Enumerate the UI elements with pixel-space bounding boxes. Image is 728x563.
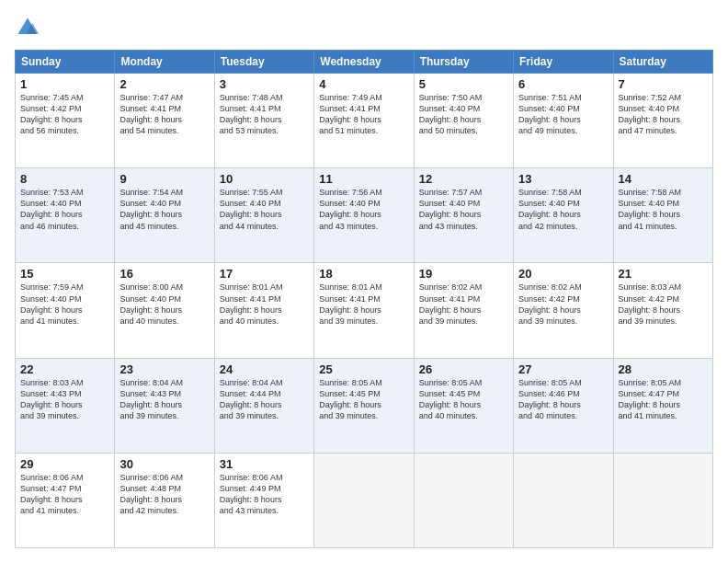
day-number: 12 (419, 172, 508, 186)
day-number: 31 (220, 457, 309, 471)
calendar-cell: 6Sunrise: 7:51 AMSunset: 4:40 PMDaylight… (514, 74, 613, 168)
cell-info: Sunrise: 8:05 AMSunset: 4:46 PMDaylight:… (518, 377, 608, 422)
day-number: 21 (619, 267, 708, 281)
cell-info: Sunrise: 7:50 AMSunset: 4:40 PMDaylight:… (419, 92, 508, 137)
calendar-cell: 10Sunrise: 7:55 AMSunset: 4:40 PMDayligh… (214, 168, 313, 263)
cell-info: Sunrise: 8:06 AMSunset: 4:49 PMDaylight:… (220, 472, 309, 517)
day-number: 18 (319, 267, 408, 281)
day-number: 10 (220, 172, 309, 186)
calendar-table: SundayMondayTuesdayWednesdayThursdayFrid… (15, 50, 713, 548)
cell-info: Sunrise: 7:55 AMSunset: 4:40 PMDaylight:… (220, 187, 309, 232)
cell-info: Sunrise: 8:02 AMSunset: 4:41 PMDaylight:… (419, 282, 508, 327)
day-number: 28 (619, 362, 708, 376)
calendar-cell: 7Sunrise: 7:52 AMSunset: 4:40 PMDaylight… (613, 74, 712, 168)
cell-info: Sunrise: 7:58 AMSunset: 4:40 PMDaylight:… (619, 187, 708, 232)
cell-info: Sunrise: 7:48 AMSunset: 4:41 PMDaylight:… (220, 92, 309, 137)
week-row-1: 1Sunrise: 7:45 AMSunset: 4:42 PMDaylight… (16, 74, 713, 168)
cell-info: Sunrise: 7:53 AMSunset: 4:40 PMDaylight:… (20, 187, 109, 232)
cell-info: Sunrise: 8:03 AMSunset: 4:43 PMDaylight:… (20, 377, 109, 422)
calendar-cell: 11Sunrise: 7:56 AMSunset: 4:40 PMDayligh… (314, 168, 414, 263)
cell-info: Sunrise: 8:05 AMSunset: 4:45 PMDaylight:… (319, 377, 408, 422)
day-header-tuesday: Tuesday (214, 51, 313, 74)
day-number: 19 (419, 267, 508, 281)
day-number: 2 (119, 77, 209, 91)
day-number: 16 (119, 267, 209, 281)
day-header-wednesday: Wednesday (314, 51, 414, 74)
day-number: 14 (619, 172, 708, 186)
day-number: 13 (518, 172, 608, 186)
day-header-friday: Friday (514, 51, 613, 74)
cell-info: Sunrise: 8:05 AMSunset: 4:47 PMDaylight:… (619, 377, 708, 422)
week-row-5: 29Sunrise: 8:06 AMSunset: 4:47 PMDayligh… (16, 453, 713, 547)
calendar-cell: 24Sunrise: 8:04 AMSunset: 4:44 PMDayligh… (214, 358, 313, 453)
calendar-cell: 4Sunrise: 7:49 AMSunset: 4:41 PMDaylight… (314, 74, 414, 168)
cell-info: Sunrise: 8:04 AMSunset: 4:44 PMDaylight:… (220, 377, 309, 422)
cell-info: Sunrise: 8:01 AMSunset: 4:41 PMDaylight:… (319, 282, 408, 327)
calendar-cell: 5Sunrise: 7:50 AMSunset: 4:40 PMDaylight… (414, 74, 513, 168)
day-number: 7 (619, 77, 708, 91)
calendar-cell: 15Sunrise: 7:59 AMSunset: 4:40 PMDayligh… (16, 263, 115, 358)
day-number: 6 (518, 77, 608, 91)
calendar-cell: 13Sunrise: 7:58 AMSunset: 4:40 PMDayligh… (514, 168, 613, 263)
day-number: 26 (419, 362, 508, 376)
cell-info: Sunrise: 7:58 AMSunset: 4:40 PMDaylight:… (518, 187, 608, 232)
day-number: 9 (119, 172, 209, 186)
day-number: 17 (220, 267, 309, 281)
logo-icon (15, 15, 40, 40)
day-number: 20 (518, 267, 608, 281)
day-number: 11 (319, 172, 408, 186)
day-number: 25 (319, 362, 408, 376)
logo (15, 15, 44, 40)
day-header-sunday: Sunday (16, 51, 115, 74)
day-number: 23 (119, 362, 209, 376)
calendar-cell: 31Sunrise: 8:06 AMSunset: 4:49 PMDayligh… (214, 453, 313, 547)
calendar-cell: 14Sunrise: 7:58 AMSunset: 4:40 PMDayligh… (613, 168, 712, 263)
day-header-saturday: Saturday (613, 51, 712, 74)
calendar-cell: 1Sunrise: 7:45 AMSunset: 4:42 PMDaylight… (16, 74, 115, 168)
day-header-thursday: Thursday (414, 51, 513, 74)
cell-info: Sunrise: 7:51 AMSunset: 4:40 PMDaylight:… (518, 92, 608, 137)
calendar-cell (414, 453, 513, 547)
day-number: 30 (119, 457, 209, 471)
cell-info: Sunrise: 8:06 AMSunset: 4:47 PMDaylight:… (20, 472, 109, 517)
day-number: 29 (20, 457, 109, 471)
cell-info: Sunrise: 8:06 AMSunset: 4:48 PMDaylight:… (119, 472, 209, 517)
week-row-4: 22Sunrise: 8:03 AMSunset: 4:43 PMDayligh… (16, 358, 713, 453)
calendar-cell: 12Sunrise: 7:57 AMSunset: 4:40 PMDayligh… (414, 168, 513, 263)
page: SundayMondayTuesdayWednesdayThursdayFrid… (0, 0, 728, 563)
day-number: 27 (518, 362, 608, 376)
day-number: 15 (20, 267, 109, 281)
calendar-cell: 26Sunrise: 8:05 AMSunset: 4:45 PMDayligh… (414, 358, 513, 453)
cell-info: Sunrise: 7:54 AMSunset: 4:40 PMDaylight:… (119, 187, 209, 232)
calendar-cell (314, 453, 414, 547)
calendar-cell: 20Sunrise: 8:02 AMSunset: 4:42 PMDayligh… (514, 263, 613, 358)
calendar-cell: 17Sunrise: 8:01 AMSunset: 4:41 PMDayligh… (214, 263, 313, 358)
calendar-cell: 28Sunrise: 8:05 AMSunset: 4:47 PMDayligh… (613, 358, 712, 453)
calendar-cell: 25Sunrise: 8:05 AMSunset: 4:45 PMDayligh… (314, 358, 414, 453)
cell-info: Sunrise: 7:45 AMSunset: 4:42 PMDaylight:… (20, 92, 109, 137)
cell-info: Sunrise: 7:57 AMSunset: 4:40 PMDaylight:… (419, 187, 508, 232)
calendar-cell: 29Sunrise: 8:06 AMSunset: 4:47 PMDayligh… (16, 453, 115, 547)
day-number: 4 (319, 77, 408, 91)
cell-info: Sunrise: 8:02 AMSunset: 4:42 PMDaylight:… (518, 282, 608, 327)
cell-info: Sunrise: 8:01 AMSunset: 4:41 PMDaylight:… (220, 282, 309, 327)
calendar-cell (514, 453, 613, 547)
week-row-2: 8Sunrise: 7:53 AMSunset: 4:40 PMDaylight… (16, 168, 713, 263)
cell-info: Sunrise: 7:56 AMSunset: 4:40 PMDaylight:… (319, 187, 408, 232)
calendar-cell (613, 453, 712, 547)
cell-info: Sunrise: 7:52 AMSunset: 4:40 PMDaylight:… (619, 92, 708, 137)
cell-info: Sunrise: 8:04 AMSunset: 4:43 PMDaylight:… (119, 377, 209, 422)
cell-info: Sunrise: 7:49 AMSunset: 4:41 PMDaylight:… (319, 92, 408, 137)
calendar-cell: 21Sunrise: 8:03 AMSunset: 4:42 PMDayligh… (613, 263, 712, 358)
calendar-cell: 22Sunrise: 8:03 AMSunset: 4:43 PMDayligh… (16, 358, 115, 453)
day-number: 22 (20, 362, 109, 376)
calendar-cell: 3Sunrise: 7:48 AMSunset: 4:41 PMDaylight… (214, 74, 313, 168)
day-number: 1 (20, 77, 109, 91)
day-number: 5 (419, 77, 508, 91)
calendar-cell: 8Sunrise: 7:53 AMSunset: 4:40 PMDaylight… (16, 168, 115, 263)
calendar-cell: 19Sunrise: 8:02 AMSunset: 4:41 PMDayligh… (414, 263, 513, 358)
cell-info: Sunrise: 8:05 AMSunset: 4:45 PMDaylight:… (419, 377, 508, 422)
header-row: SundayMondayTuesdayWednesdayThursdayFrid… (16, 51, 713, 74)
calendar-cell: 2Sunrise: 7:47 AMSunset: 4:41 PMDaylight… (115, 74, 214, 168)
day-header-monday: Monday (115, 51, 214, 74)
